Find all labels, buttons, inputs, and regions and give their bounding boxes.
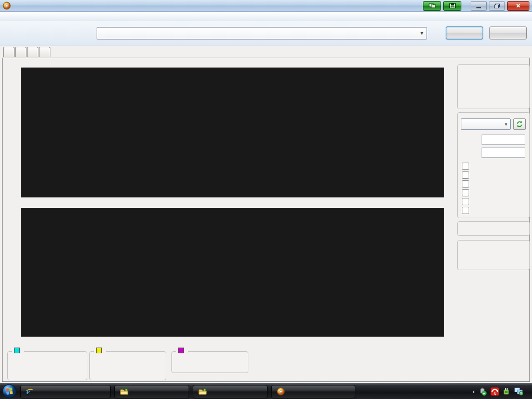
checkbox-icon bbox=[462, 207, 469, 214]
checkbox-icon bbox=[462, 189, 469, 196]
menu-hilfe[interactable] bbox=[25, 16, 33, 18]
tab-scandisk[interactable] bbox=[39, 47, 50, 57]
taskbar-item-nero6[interactable]: e bbox=[20, 385, 111, 398]
c1-color-swatch bbox=[14, 348, 20, 353]
tab-benchmark[interactable] bbox=[3, 47, 15, 57]
cd-icon bbox=[277, 388, 285, 395]
jitter-color-swatch bbox=[178, 348, 184, 353]
speed-label bbox=[458, 113, 529, 117]
checkbox-icon bbox=[462, 198, 469, 205]
progress-panel bbox=[457, 240, 530, 270]
checkbox-lesegeschwindigkeit[interactable] bbox=[462, 197, 529, 206]
drive-select[interactable]: ▼ bbox=[97, 27, 427, 39]
disk-info-panel bbox=[457, 64, 530, 109]
power-plug-icon[interactable] bbox=[503, 388, 511, 395]
c1-error-panel bbox=[7, 351, 87, 380]
tab-disk-info[interactable] bbox=[15, 47, 26, 57]
checkbox-jitter-anzeigen[interactable] bbox=[462, 189, 529, 197]
start-button[interactable] bbox=[446, 26, 483, 39]
start-menu-button[interactable] bbox=[2, 384, 17, 399]
checkbox-schreibgeschwindigkeit[interactable] bbox=[462, 206, 529, 215]
system-tray: ‹ bbox=[469, 387, 532, 396]
tab-bar bbox=[0, 47, 532, 58]
menu-test-durchfuehren[interactable] bbox=[8, 16, 17, 18]
maximize-button[interactable] bbox=[489, 1, 505, 11]
start-time-field[interactable] bbox=[482, 135, 525, 145]
network-icon[interactable] bbox=[514, 388, 523, 395]
speed-select[interactable]: ▼ bbox=[461, 118, 511, 130]
taskbar: e ‹ bbox=[0, 383, 532, 399]
checkbox-icon bbox=[462, 163, 469, 170]
refresh-icon bbox=[516, 121, 523, 128]
checkbox-icon bbox=[462, 180, 469, 188]
checkbox-c2-pif-anzeigen[interactable] bbox=[462, 180, 529, 188]
title-bar: ✕ bbox=[0, 0, 532, 12]
screenshot-copy-button[interactable] bbox=[423, 1, 441, 11]
checkbox-schnelles-scannen[interactable] bbox=[462, 162, 529, 170]
app-cd-icon bbox=[3, 2, 11, 10]
ie-icon: e bbox=[26, 388, 34, 395]
taskbar-item-nerocdspeed-1[interactable] bbox=[114, 385, 189, 398]
toolbar: ▼ bbox=[0, 21, 532, 46]
c2-error-panel bbox=[89, 351, 166, 380]
jitter-panel bbox=[171, 351, 248, 373]
refresh-button[interactable] bbox=[513, 118, 526, 130]
chevron-down-icon: ▼ bbox=[502, 122, 510, 127]
quality-score-panel bbox=[457, 221, 530, 236]
quit-button[interactable] bbox=[489, 26, 527, 39]
usb-safely-remove-icon[interactable] bbox=[478, 388, 487, 396]
taskbar-item-nerocdspeed-2[interactable] bbox=[193, 385, 268, 398]
folder-icon bbox=[198, 388, 207, 395]
end-time-field[interactable] bbox=[482, 148, 525, 158]
taskbar-item-nero-cdspeed-active[interactable] bbox=[271, 385, 355, 398]
menu-bar bbox=[0, 12, 532, 22]
tray-expand-chevron-icon[interactable]: ‹ bbox=[473, 388, 475, 395]
chevron-down-icon: ▼ bbox=[417, 31, 427, 36]
error-rate-chart bbox=[21, 208, 444, 337]
svg-text:e: e bbox=[26, 388, 30, 395]
read-speed-chart bbox=[21, 68, 444, 197]
app-window: ✕ ▼ bbox=[0, 0, 532, 383]
minimize-button[interactable] bbox=[471, 1, 487, 11]
c2-color-swatch bbox=[96, 348, 102, 353]
close-icon[interactable]: ✕ bbox=[507, 1, 529, 11]
checkbox-icon bbox=[462, 171, 469, 179]
settings-panel: ▼ bbox=[457, 112, 530, 218]
menu-datei[interactable] bbox=[0, 16, 8, 18]
checkbox-c1-pie-anzeigen[interactable] bbox=[462, 171, 529, 179]
folder-icon bbox=[120, 388, 128, 395]
avira-antivirus-icon[interactable] bbox=[490, 387, 499, 396]
tab-diskqualitaet[interactable] bbox=[27, 47, 38, 57]
menu-extra[interactable] bbox=[17, 16, 25, 18]
screenshot-save-button[interactable] bbox=[443, 1, 461, 11]
